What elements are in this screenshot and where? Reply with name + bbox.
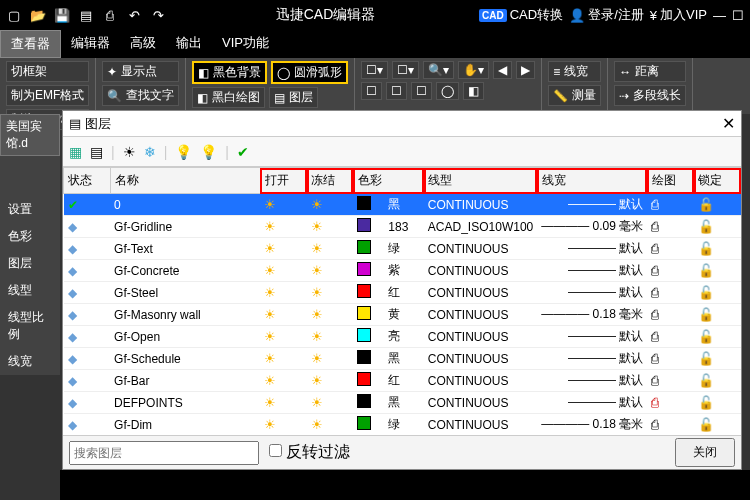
maximize-icon[interactable]: ☐ (732, 8, 744, 23)
save-icon[interactable]: 💾 (54, 7, 70, 23)
tab-output[interactable]: 输出 (166, 30, 212, 58)
table-row[interactable]: ◆Gf-Open☀☀亮CONTINUOUS———— 默认🔓 (64, 326, 741, 348)
undo-icon[interactable]: ↶ (126, 7, 142, 23)
col-plot[interactable]: 绘图 (647, 168, 694, 194)
layer-dialog: ▤ 图层 ✕ ▦ ▤ | ☀ ❄ | 💡 💡 | ✔ 状态 名称 打开 冻结 色… (62, 110, 742, 470)
side-linewidth[interactable]: 线宽 (0, 348, 60, 375)
table-row[interactable]: ◆Gf-Dim☀☀绿CONTINUOUS———— 0.18 毫米🔓 (64, 414, 741, 436)
bulb-on-icon[interactable]: 💡 (175, 144, 192, 160)
side-color[interactable]: 色彩 (0, 223, 60, 250)
table-row[interactable]: ◆Gf-Gridline☀☀183ACAD_ISO10W100———— 0.09… (64, 216, 741, 238)
ribbon-next[interactable]: ▶ (516, 61, 535, 79)
ribbon-bw[interactable]: ◧ 黑白绘图 (192, 87, 265, 108)
col-name[interactable]: 名称 (110, 168, 260, 194)
vip-link[interactable]: ¥加入VIP (650, 6, 707, 24)
ribbon-find[interactable]: 🔍 查找文字 (102, 85, 179, 106)
new-icon[interactable]: ▢ (6, 7, 22, 23)
tab-editor[interactable]: 编辑器 (61, 30, 120, 58)
app-title: 迅捷CAD编辑器 (172, 6, 479, 24)
left-sidebar: 美国宾馆.d 设置 色彩 图层 线型 线型比例 线宽 (0, 114, 60, 375)
table-row[interactable]: ◆Gf-Text☀☀绿CONTINUOUS———— 默认🔓 (64, 238, 741, 260)
ribbon-layer[interactable]: ▤ 图层 (269, 87, 318, 108)
col-state[interactable]: 状态 (64, 168, 111, 194)
close-button[interactable]: 关闭 (675, 438, 735, 467)
tab-advanced[interactable]: 高级 (120, 30, 166, 58)
check-icon[interactable]: ✔ (237, 144, 249, 160)
ribbon-measure[interactable]: 📏 测量 (548, 85, 601, 106)
ribbon-distance[interactable]: ↔ 距离 (614, 61, 686, 82)
ribbon-polyline[interactable]: ⇢ 多段线长 (614, 85, 686, 106)
table-row[interactable]: ✔0☀☀黑CONTINUOUS———— 默认🔓 (64, 194, 741, 216)
col-open[interactable]: 打开 (260, 168, 307, 194)
close-icon[interactable]: ✕ (722, 114, 735, 133)
ribbon-linewidth[interactable]: ≡ 线宽 (548, 61, 601, 82)
col-lwidth[interactable]: 线宽 (537, 168, 647, 194)
side-linetype[interactable]: 线型 (0, 277, 60, 304)
ribbon-zoom[interactable]: 🔍▾ (423, 61, 454, 79)
col-ltype[interactable]: 线型 (424, 168, 537, 194)
table-row[interactable]: ◆Gf-Steel☀☀红CONTINUOUS———— 默认🔓 (64, 282, 741, 304)
dialog-title: 图层 (85, 115, 111, 133)
ribbon-blackbg[interactable]: ◧ 黑色背景 (192, 61, 267, 84)
table-row[interactable]: ◆Gf-Schedule☀☀黑CONTINUOUS———— 默认🔓 (64, 348, 741, 370)
table-row[interactable]: ◆Gf-Masonry wall☀☀黄CONTINUOUS———— 0.18 毫… (64, 304, 741, 326)
side-settings[interactable]: 设置 (0, 196, 60, 223)
ribbon-pan[interactable]: ✋▾ (458, 61, 489, 79)
sun-icon[interactable]: ☀ (123, 144, 136, 160)
ribbon-showpoint[interactable]: ✦ 显示点 (102, 61, 179, 82)
redo-icon[interactable]: ↷ (150, 7, 166, 23)
side-ltscale[interactable]: 线型比例 (0, 304, 60, 348)
layer-grid[interactable]: 状态 名称 打开 冻结 色彩 线型 线宽 绘图 锁定 ✔0☀☀黑CONTINUO… (63, 167, 741, 435)
ribbon-toggle1[interactable]: ☐▾ (361, 61, 388, 79)
login-link[interactable]: 👤登录/注册 (569, 6, 644, 24)
ribbon-t5[interactable]: ☐ (411, 82, 432, 100)
dialog-toolbar: ▦ ▤ | ☀ ❄ | 💡 💡 | ✔ (63, 137, 741, 167)
pdf-icon[interactable]: ▤ (78, 7, 94, 23)
file-tab[interactable]: 美国宾馆.d (0, 114, 60, 156)
minimize-icon[interactable]: — (713, 8, 726, 23)
title-bar: ▢ 📂 💾 ▤ ⎙ ↶ ↷ 迅捷CAD编辑器 CADCAD转换 👤登录/注册 ¥… (0, 0, 750, 30)
side-layer[interactable]: 图层 (0, 250, 60, 277)
search-input[interactable] (69, 441, 259, 465)
ribbon-t7[interactable]: ◧ (463, 82, 484, 100)
ribbon-t6[interactable]: ◯ (436, 82, 459, 100)
table-row[interactable]: ◆Gf-Bar☀☀红CONTINUOUS———— 默认🔓 (64, 370, 741, 392)
menu-bar: 查看器 编辑器 高级 输出 VIP功能 (0, 30, 750, 58)
bulb-off-icon[interactable]: 💡 (200, 144, 217, 160)
tab-vip[interactable]: VIP功能 (212, 30, 279, 58)
ribbon: 切框架 制为EMF格式 制为BMP格 ✦ 显示点 🔍 查找文字 ◧ 黑色背景 ◯… (0, 58, 750, 114)
ribbon-emf[interactable]: 制为EMF格式 (6, 85, 89, 106)
ribbon-toggle2[interactable]: ☐▾ (392, 61, 419, 79)
ribbon-t3[interactable]: ☐ (361, 82, 382, 100)
layer-icon: ▤ (69, 116, 81, 131)
print-icon[interactable]: ⎙ (102, 7, 118, 23)
col-freeze[interactable]: 冻结 (307, 168, 354, 194)
ribbon-cutframe[interactable]: 切框架 (6, 61, 89, 82)
open-icon[interactable]: 📂 (30, 7, 46, 23)
ribbon-t4[interactable]: ☐ (386, 82, 407, 100)
cad-convert[interactable]: CADCAD转换 (479, 6, 563, 24)
ribbon-prev[interactable]: ◀ (493, 61, 512, 79)
col-color[interactable]: 色彩 (353, 168, 424, 194)
edit-layer-icon[interactable]: ▤ (90, 144, 103, 160)
table-row[interactable]: ◆DEFPOINTS☀☀黑CONTINUOUS———— 默认🔓 (64, 392, 741, 414)
invert-filter[interactable]: 反转过滤 (269, 442, 350, 463)
snow-icon[interactable]: ❄ (144, 144, 156, 160)
canvas-area (60, 470, 750, 500)
new-layer-icon[interactable]: ▦ (69, 144, 82, 160)
col-lock[interactable]: 锁定 (694, 168, 741, 194)
tab-viewer[interactable]: 查看器 (0, 30, 61, 58)
table-row[interactable]: ◆Gf-Concrete☀☀紫CONTINUOUS———— 默认🔓 (64, 260, 741, 282)
ribbon-smootharc[interactable]: ◯ 圆滑弧形 (271, 61, 348, 84)
